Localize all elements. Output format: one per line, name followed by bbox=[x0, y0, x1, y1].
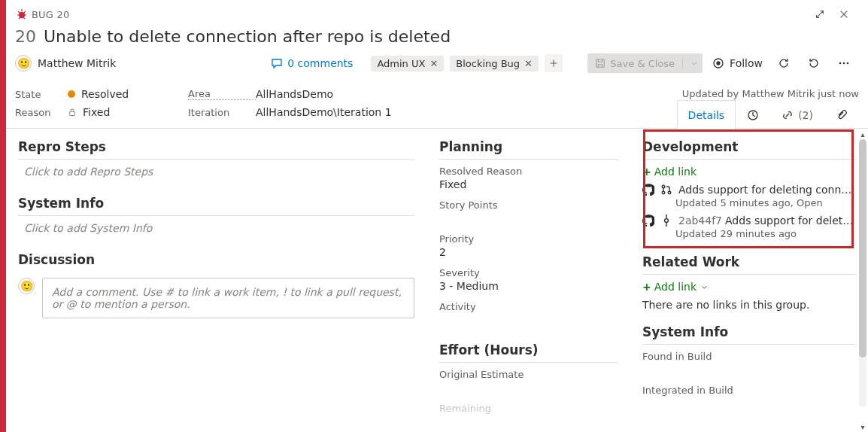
system-info-input[interactable]: Click to add System Info bbox=[24, 222, 414, 234]
work-item-id: 20 bbox=[15, 27, 36, 46]
github-icon bbox=[642, 184, 654, 196]
state-dot-icon bbox=[68, 90, 75, 98]
state-field[interactable]: Resolved bbox=[68, 88, 188, 100]
current-user-avatar: 🙂 bbox=[18, 278, 35, 294]
iteration-field[interactable]: AllHandsDemo\Iteration 1 bbox=[256, 106, 665, 118]
tag-remove-icon[interactable]: ✕ bbox=[429, 58, 438, 69]
right-system-info-heading: System Info bbox=[642, 324, 856, 345]
work-item-title[interactable]: Unable to delete connection after repo i… bbox=[44, 27, 451, 46]
dev-link-title: 2ab44f7Adds support for deleting … bbox=[678, 214, 856, 227]
add-tag-button[interactable] bbox=[545, 54, 563, 72]
resolved-reason-value[interactable]: Fixed bbox=[439, 178, 618, 190]
assignee-name[interactable]: Matthew Mitrik bbox=[38, 57, 116, 69]
tag-remove-icon[interactable]: ✕ bbox=[524, 58, 533, 69]
svg-point-3 bbox=[717, 62, 720, 65]
story-points-value[interactable] bbox=[439, 212, 618, 224]
severity-value[interactable]: 3 - Medium bbox=[439, 280, 618, 292]
type-color-stripe bbox=[0, 0, 6, 432]
svg-point-5 bbox=[843, 62, 845, 65]
github-icon bbox=[642, 214, 654, 227]
commit-icon bbox=[660, 214, 672, 227]
svg-point-12 bbox=[665, 219, 669, 223]
system-info-heading: System Info bbox=[18, 196, 414, 216]
chevron-down-icon bbox=[690, 59, 698, 67]
tag-blocking-bug[interactable]: Blocking Bug ✕ bbox=[450, 56, 539, 71]
repro-steps-heading: Repro Steps bbox=[18, 139, 414, 160]
planning-heading: Planning bbox=[439, 139, 618, 160]
lock-icon bbox=[68, 108, 77, 117]
dev-link-subtitle: Updated 29 minutes ago bbox=[675, 228, 856, 239]
comments-link[interactable]: 0 comments bbox=[271, 57, 353, 69]
scroll-down-icon[interactable]: ▾ bbox=[857, 421, 868, 432]
priority-value[interactable]: 2 bbox=[439, 246, 618, 258]
state-label: State bbox=[15, 89, 68, 100]
work-item-type-id: BUG 20 bbox=[32, 9, 69, 20]
repro-steps-input[interactable]: Click to add Repro Steps bbox=[24, 166, 414, 178]
save-and-close-button: Save & Close bbox=[587, 53, 703, 73]
tabs: Details (2) bbox=[677, 99, 859, 128]
found-in-build-value[interactable] bbox=[642, 364, 856, 376]
close-button[interactable] bbox=[832, 2, 856, 26]
svg-point-6 bbox=[847, 62, 849, 65]
tab-links[interactable]: (2) bbox=[770, 100, 824, 129]
dialog-body: BUG 20 20 Unable to delete connection af… bbox=[6, 0, 868, 432]
tab-details[interactable]: Details bbox=[677, 100, 736, 129]
svg-rect-1 bbox=[596, 59, 605, 68]
svg-point-11 bbox=[668, 191, 671, 194]
plus-icon: + bbox=[642, 281, 651, 293]
dev-link-commit[interactable]: 2ab44f7Adds support for deleting … bbox=[642, 214, 856, 227]
discussion-heading: Discussion bbox=[18, 252, 414, 272]
original-estimate-value[interactable] bbox=[439, 382, 618, 394]
follow-button[interactable]: Follow bbox=[709, 54, 766, 72]
follow-icon bbox=[712, 56, 725, 70]
more-actions-button[interactable] bbox=[832, 52, 856, 75]
reason-field[interactable]: Fixed bbox=[68, 106, 188, 118]
svg-point-10 bbox=[662, 191, 665, 194]
resolved-reason-label: Resolved Reason bbox=[439, 166, 618, 177]
scroll-up-icon[interactable]: ▴ bbox=[857, 129, 868, 139]
work-item-dialog: BUG 20 20 Unable to delete connection af… bbox=[0, 0, 868, 432]
related-add-link[interactable]: +Add link bbox=[642, 281, 856, 293]
chevron-down-icon bbox=[701, 284, 708, 291]
refresh-button[interactable] bbox=[772, 52, 796, 75]
remaining-label: Remaining bbox=[439, 403, 618, 414]
comments-count: 0 comments bbox=[287, 57, 353, 69]
attachment-icon bbox=[836, 109, 848, 121]
iteration-label: Iteration bbox=[188, 107, 256, 118]
reason-label: Reason bbox=[15, 107, 68, 118]
priority-label: Priority bbox=[439, 233, 618, 245]
scrollbar-thumb[interactable] bbox=[859, 139, 866, 357]
maximize-button[interactable] bbox=[808, 2, 832, 26]
plus-icon: + bbox=[642, 166, 651, 178]
discussion-input[interactable]: Add a comment. Use # to link a work item… bbox=[42, 278, 414, 318]
follow-label: Follow bbox=[730, 57, 763, 69]
story-points-label: Story Points bbox=[439, 199, 618, 211]
dev-link-title: Adds support for deleting connecti… bbox=[678, 184, 856, 196]
bug-icon bbox=[15, 8, 29, 21]
tag-label: Admin UX bbox=[377, 58, 425, 69]
link-icon bbox=[782, 109, 794, 121]
revert-button[interactable] bbox=[802, 52, 826, 75]
found-in-build-label: Found in Build bbox=[642, 351, 856, 362]
tag-label: Blocking Bug bbox=[456, 58, 520, 69]
svg-point-9 bbox=[662, 185, 665, 188]
svg-point-4 bbox=[839, 62, 842, 65]
activity-value[interactable] bbox=[439, 314, 618, 326]
dev-link-pr[interactable]: Adds support for deleting connecti… bbox=[642, 184, 856, 196]
save-label: Save & Close bbox=[610, 58, 675, 69]
save-icon bbox=[595, 58, 605, 68]
pull-request-icon bbox=[660, 184, 672, 196]
tag-admin-ux[interactable]: Admin UX ✕ bbox=[371, 56, 444, 71]
dev-link-subtitle: Updated 5 minutes ago, Open bbox=[675, 197, 856, 208]
commit-sha: 2ab44f7 bbox=[678, 214, 722, 227]
updated-text: Updated by Matthew Mitrik just now bbox=[682, 88, 859, 99]
svg-point-0 bbox=[19, 12, 25, 18]
assignee-avatar[interactable]: 🙂 bbox=[15, 55, 32, 71]
tab-history[interactable] bbox=[736, 100, 770, 129]
integrated-in-build-label: Integrated in Build bbox=[642, 385, 856, 396]
area-field[interactable]: AllHandsDemo bbox=[256, 88, 665, 100]
severity-label: Severity bbox=[439, 267, 618, 278]
tab-attachments[interactable] bbox=[824, 100, 859, 129]
development-add-link[interactable]: +Add link bbox=[642, 166, 856, 178]
links-count: (2) bbox=[798, 109, 813, 121]
